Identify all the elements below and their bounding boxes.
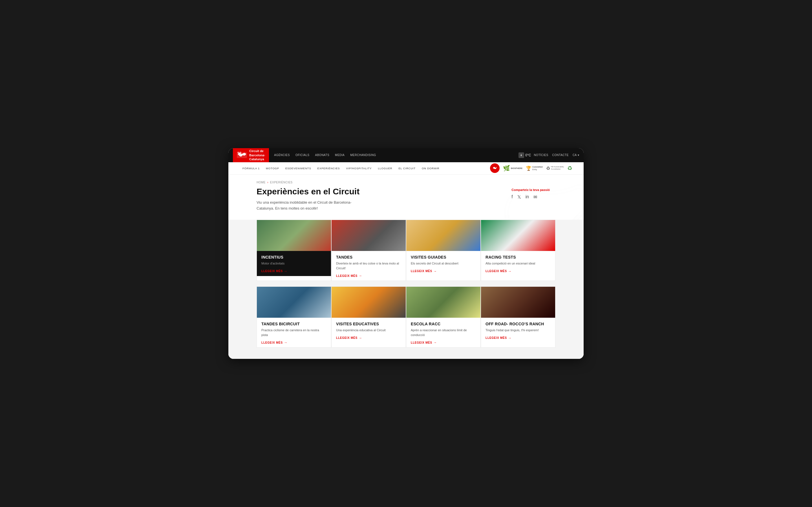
- card-offroad-link[interactable]: LLEGEIX MÉS →: [486, 336, 551, 340]
- nav-esdeveniments[interactable]: ESDEVENIMENTS: [283, 165, 314, 172]
- secondary-nav: FÓRMULA 1 MOTOGP ESDEVENIMENTS EXPERIÈNC…: [229, 162, 583, 175]
- page-title: Experiències en el Circuit: [257, 187, 555, 196]
- nav-vip[interactable]: VIP/HOSPITALITY: [343, 165, 374, 172]
- card-tandes-image: [332, 220, 406, 251]
- card-visites-body: VISITES GUIADES Els secrets del Circuit …: [406, 251, 480, 276]
- share-label: Comparteix la teva passió: [511, 188, 550, 191]
- top-nav-media[interactable]: MEDIA: [333, 152, 347, 158]
- share-icons: f 𝕏 in ✉: [511, 194, 550, 200]
- nav-noticies[interactable]: NOTÍCIES: [534, 154, 548, 157]
- card-incentius-link[interactable]: LLEGEIX MÉS →: [261, 269, 326, 273]
- card-off-road: OFF ROAD- ROCCO'S RANCH Tinguis l'edat q…: [481, 286, 555, 348]
- card-escola-link[interactable]: LLEGEIX MÉS →: [411, 341, 476, 344]
- card-racing-link[interactable]: LLEGEIX MÉS →: [486, 269, 551, 273]
- green-cert: ♻: [567, 165, 572, 172]
- top-nav-merchandising[interactable]: MERCHANDISING: [348, 152, 378, 158]
- card-offroad-desc: Tinguis l'edat que tinguis, t'hi esperem…: [486, 328, 551, 333]
- card-tandes-arrow: →: [359, 274, 362, 278]
- breadcrumb: HOME › EXPERIÈNCIES: [257, 181, 555, 184]
- logo-area[interactable]: Circuit de Barcelona· Catalunya: [233, 148, 269, 162]
- top-nav-agencies[interactable]: AGÈNCIES: [272, 152, 292, 158]
- nav-lang[interactable]: CA ▾: [573, 154, 579, 157]
- card-educatives-desc: Una experiència educativa al Circuit: [336, 328, 401, 333]
- fib-cert: ♻ FIB Sustainability Accreditation: [546, 166, 564, 171]
- card-escola-desc: Aprèn a reaccionar en situacions límit d…: [411, 328, 476, 337]
- card-escola-body: ESCOLA RACC Aprèn a reaccionar en situac…: [406, 318, 480, 347]
- card-tandes-desc: Diverteix-te amb el teu cotxe o la teva …: [336, 261, 401, 270]
- card-tandes-title: TANDES: [336, 255, 401, 260]
- card-bicircuit-body: TANDES BICIRCUIT Practica ciclisme de ca…: [257, 318, 331, 347]
- card-bicircuit-link[interactable]: LLEGEIX MÉS →: [261, 341, 326, 344]
- card-escola-arrow: →: [434, 341, 437, 344]
- top-nav-abonats[interactable]: ABONATS: [313, 152, 332, 158]
- temp-value: 0°C: [525, 153, 531, 157]
- card-educatives-body: VISITES EDUCATIVES Una experiència educa…: [332, 318, 406, 343]
- card-bicircuit-title: TANDES BICIRCUIT: [261, 322, 326, 326]
- breadcrumb-current: EXPERIÈNCIES: [270, 181, 293, 184]
- breadcrumb-separator: ›: [267, 181, 268, 184]
- card-bicircuit-desc: Practica ciclisme de carretera en la nos…: [261, 328, 326, 337]
- card-bicircuit-image: [257, 287, 331, 318]
- card-visites-image: [406, 220, 480, 251]
- share-twitter-icon[interactable]: 𝕏: [517, 194, 521, 200]
- racing-logo: [490, 163, 500, 173]
- card-racing-title: RACING TESTS: [486, 255, 551, 260]
- share-facebook-icon[interactable]: f: [511, 194, 513, 200]
- card-tandes-body: TANDES Diverteix-te amb el teu cotxe o l…: [332, 251, 406, 281]
- circuit-logo-icon: [237, 151, 247, 159]
- committed-cert: 🏆 Committed Entry: [526, 166, 543, 171]
- card-offroad-body: OFF ROAD- ROCCO'S RANCH Tinguis l'edat q…: [481, 318, 555, 343]
- nav-on-dormir[interactable]: ON DORMIR: [419, 165, 442, 172]
- nav-formula1[interactable]: FÓRMULA 1: [240, 165, 262, 172]
- card-incentius-image: [257, 220, 331, 251]
- card-visites-desc: Els secrets del Circuit al descobert: [411, 261, 476, 266]
- card-escola-image: [406, 287, 480, 318]
- temperature-display: 🌡 0°C: [518, 152, 531, 158]
- card-incentius-title: INCENTIUS: [261, 255, 326, 260]
- logo-text: Circuit de Barcelona· Catalunya: [249, 149, 265, 161]
- nav-motogp[interactable]: MOTOGP: [263, 165, 282, 172]
- share-section: Comparteix la teva passió f 𝕏 in ✉: [511, 188, 550, 200]
- card-educatives-image: [332, 287, 406, 318]
- card-visites-guiades: VISITES GUIADES Els secrets del Circuit …: [406, 220, 481, 281]
- nav-el-circuit[interactable]: EL CIRCUIT: [396, 165, 418, 172]
- card-tandes-bicircuit: TANDES BICIRCUIT Practica ciclisme de ca…: [257, 286, 331, 348]
- top-nav: Circuit de Barcelona· Catalunya AGÈNCIES…: [229, 148, 583, 162]
- share-linkedin-icon[interactable]: in: [525, 194, 529, 200]
- top-nav-right: 🌡 0°C NOTÍCIES CONTACTE CA ▾: [518, 152, 579, 158]
- card-visites-arrow: →: [434, 269, 437, 273]
- nav-contacte[interactable]: CONTACTE: [552, 154, 569, 157]
- card-tandes-link[interactable]: LLEGEIX MÉS →: [336, 274, 401, 278]
- breadcrumb-home[interactable]: HOME: [257, 181, 266, 184]
- share-email-icon[interactable]: ✉: [534, 194, 537, 200]
- cards-section: INCENTIUS Motor d'activitats LLEGEIX MÉS…: [229, 220, 583, 359]
- card-visites-title: VISITES GUIADES: [411, 255, 476, 260]
- top-nav-oficials[interactable]: OFICIALS: [293, 152, 312, 158]
- card-escola-racc: ESCOLA RACC Aprèn a reaccionar en situac…: [406, 286, 481, 348]
- card-bicircuit-arrow: →: [284, 341, 288, 344]
- card-educatives-arrow: →: [359, 336, 362, 340]
- card-offroad-arrow: →: [508, 336, 512, 340]
- secondary-nav-right: 🌿 BIOSPHERE 🏆 Committed Entry ♻ FIB Sust…: [490, 163, 572, 173]
- svg-rect-2: [240, 152, 241, 153]
- card-racing-tests: RACING TESTS Alta competició en un escen…: [481, 220, 555, 281]
- card-offroad-title: OFF ROAD- ROCCO'S RANCH: [486, 322, 551, 326]
- browser-frame: Circuit de Barcelona· Catalunya AGÈNCIES…: [229, 148, 583, 359]
- card-racing-image: [481, 220, 555, 251]
- card-visites-link[interactable]: LLEGEIX MÉS →: [411, 269, 476, 273]
- card-racing-body: RACING TESTS Alta competició en un escen…: [481, 251, 555, 276]
- nav-experiencies[interactable]: EXPERIÈNCIES: [315, 165, 343, 172]
- card-racing-arrow: →: [508, 269, 512, 273]
- card-incentius: INCENTIUS Motor d'activitats LLEGEIX MÉS…: [257, 220, 331, 281]
- top-nav-links: AGÈNCIES OFICIALS ABONATS MEDIA MERCHAND…: [272, 152, 518, 158]
- top-nav-right-links: NOTÍCIES CONTACTE CA ▾: [534, 154, 579, 157]
- card-incentius-body: INCENTIUS Motor d'activitats LLEGEIX MÉS…: [257, 251, 331, 276]
- svg-rect-1: [238, 152, 239, 153]
- card-offroad-image: [481, 287, 555, 318]
- nav-lloguer[interactable]: LLOGUER: [375, 165, 395, 172]
- main-content: HOME › EXPERIÈNCIES Experiències en el C…: [229, 175, 583, 359]
- card-incentius-desc: Motor d'activitats: [261, 261, 326, 266]
- card-visites-educatives: VISITES EDUCATIVES Una experiència educa…: [331, 286, 406, 348]
- card-educatives-link[interactable]: LLEGEIX MÉS →: [336, 336, 401, 340]
- hero-section: HOME › EXPERIÈNCIES Experiències en el C…: [229, 175, 583, 220]
